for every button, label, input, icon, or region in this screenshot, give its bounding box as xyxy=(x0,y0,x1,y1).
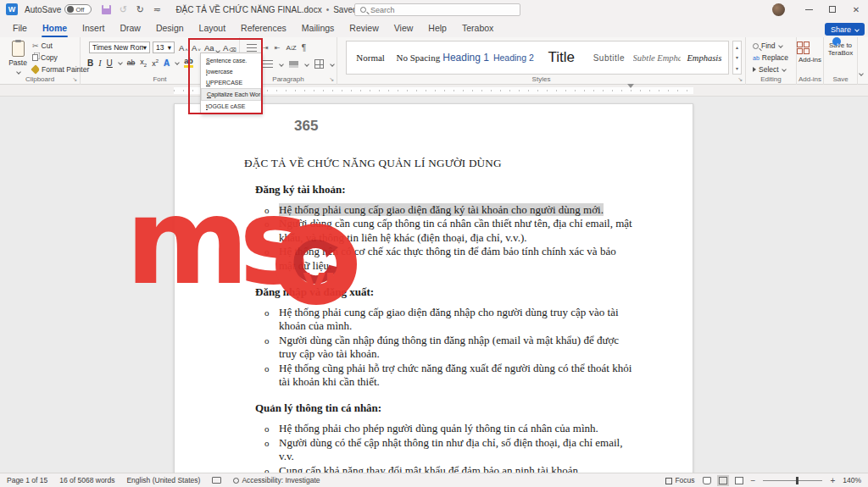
superscript-button[interactable]: x2 xyxy=(152,58,159,68)
page-content[interactable]: 365 ĐẶC TẢ VỀ CHỨC NĂNG QUẢN LÍ NGƯỜI DÙ… xyxy=(255,118,633,473)
tab-layout[interactable]: Layout xyxy=(192,20,234,37)
chevron-down-icon[interactable] xyxy=(304,62,309,67)
tab-draw[interactable]: Draw xyxy=(112,20,148,37)
paragraph-dialog-launcher-icon[interactable]: ↘ xyxy=(329,76,334,83)
font-size-select[interactable]: 13▾ xyxy=(153,42,175,53)
word-count[interactable]: 16 of 5068 words xyxy=(59,476,114,484)
style-heading-2[interactable]: Heading 2 xyxy=(490,53,537,63)
document-area[interactable]: 365 ĐẶC TẢ VỀ CHỨC NĂNG QUẢN LÍ NGƯỜI DÙ… xyxy=(0,97,868,473)
zoom-out-button[interactable]: − xyxy=(751,476,756,485)
shading-icon[interactable] xyxy=(289,61,298,68)
customize-quick-access-icon[interactable]: ≂ xyxy=(150,4,164,15)
style-heading-1[interactable]: Heading 1 xyxy=(442,52,490,64)
chevron-down-icon[interactable] xyxy=(279,62,284,67)
list-item[interactable]: Người dùng cần nhập đúng thông tin đăng … xyxy=(279,334,633,362)
style-title[interactable]: Title xyxy=(537,49,585,66)
increase-indent-icon[interactable]: ⇥ xyxy=(263,44,269,52)
list-item[interactable]: Người dùng cần cung cấp thông tin cá nhâ… xyxy=(279,217,633,245)
autosave-switch[interactable]: Off xyxy=(64,4,92,14)
redo-icon[interactable]: ↻ xyxy=(133,4,147,15)
right-indent-marker-icon[interactable] xyxy=(627,84,634,88)
find-button[interactable]: Find xyxy=(753,42,782,50)
undo-icon[interactable]: ↺ xyxy=(116,4,130,15)
language-indicator[interactable]: English (United States) xyxy=(126,476,200,484)
page-indicator[interactable]: Page 1 of 15 xyxy=(7,476,47,484)
tab-view[interactable]: View xyxy=(387,20,421,37)
chevron-down-icon[interactable] xyxy=(330,62,335,67)
close-button[interactable]: ✕ xyxy=(844,0,868,19)
style-no-spacing[interactable]: No Spacing xyxy=(394,53,442,63)
chevron-down-icon[interactable] xyxy=(175,60,180,65)
styles-dialog-launcher-icon[interactable]: ↘ xyxy=(737,76,743,83)
subscript-button[interactable]: x2 xyxy=(140,58,147,68)
menu-item-capitalize-each-word[interactable]: Capitalize Each Word xyxy=(201,88,261,101)
select-button[interactable]: Select xyxy=(753,65,786,74)
grow-font-button[interactable]: A˄ xyxy=(179,43,188,53)
document-page[interactable]: 365 ĐẶC TẢ VỀ CHỨC NĂNG QUẢN LÍ NGƯỜI DÙ… xyxy=(174,103,693,473)
list-item[interactable]: Hệ thống phải cung cấp giao diện đăng ký… xyxy=(279,203,633,217)
tab-mailings[interactable]: Mailings xyxy=(294,20,342,37)
focus-mode-button[interactable]: Focus xyxy=(665,476,694,484)
save-to-terabox-button[interactable]: Save to TeraBox xyxy=(824,42,857,57)
bold-button[interactable]: B xyxy=(87,58,93,68)
style-normal[interactable]: Normal xyxy=(347,53,394,63)
addins-button[interactable]: Add-ins xyxy=(797,42,823,64)
underline-button[interactable]: U xyxy=(107,58,113,68)
tab-design[interactable]: Design xyxy=(148,20,192,37)
collapse-ribbon-icon[interactable] xyxy=(859,65,863,80)
sort-icon[interactable]: A↓Z xyxy=(286,44,295,52)
tab-file[interactable]: File xyxy=(5,20,35,37)
borders-icon[interactable] xyxy=(314,59,324,69)
clipboard-dialog-launcher-icon[interactable]: ↘ xyxy=(72,76,77,83)
read-mode-icon[interactable] xyxy=(703,477,711,484)
share-button[interactable]: Share xyxy=(825,23,865,36)
copy-button[interactable]: Copy xyxy=(32,53,58,62)
style-subtle-empha[interactable]: Subtle Empha xyxy=(633,53,681,63)
menu-item-toggle-case[interactable]: tOGGLE cASE xyxy=(201,101,261,112)
replace-button[interactable]: ab Replace xyxy=(753,53,788,62)
text-highlight-button[interactable]: ab xyxy=(184,58,193,68)
styles-scrollbar[interactable]: ▴▾▾ xyxy=(732,41,742,75)
list-item[interactable]: Hệ thống phải cung cấp giao diện đăng nh… xyxy=(279,306,633,334)
clear-formatting-button[interactable]: A⌫ xyxy=(223,43,236,53)
list-item[interactable]: Hệ thống cũng phải hỗ trợ chức năng đăng… xyxy=(279,362,633,390)
decrease-indent-icon[interactable] xyxy=(247,44,257,52)
strikethrough-button[interactable]: ab xyxy=(127,58,135,67)
tab-terabox[interactable]: Terabox xyxy=(454,20,501,37)
zoom-in-button[interactable]: + xyxy=(830,476,835,485)
list-item[interactable]: Cung cấp khả năng thay đổi mật khẩu để đ… xyxy=(279,464,633,473)
tab-help[interactable]: Help xyxy=(420,20,454,37)
keyboard-icon[interactable] xyxy=(212,477,221,484)
print-layout-icon[interactable] xyxy=(719,477,727,484)
shrink-font-button[interactable]: A˅ xyxy=(192,43,201,53)
accessibility-status[interactable]: Accessibility: Investigate xyxy=(233,476,320,484)
text-effects-button[interactable]: A xyxy=(164,58,170,68)
menu-item-sentence-case-[interactable]: Sentence case. xyxy=(201,55,261,66)
tab-references[interactable]: References xyxy=(233,20,294,37)
paste-button[interactable]: Paste xyxy=(7,41,29,75)
menu-item-uppercase[interactable]: UPPERCASE xyxy=(201,77,261,88)
zoom-slider-thumb[interactable] xyxy=(796,477,798,484)
save-icon[interactable] xyxy=(102,5,111,14)
zoom-slider[interactable] xyxy=(763,480,822,481)
list-item[interactable]: Hệ thống phải cho phép người dùng quản l… xyxy=(279,422,633,435)
style-subtitle[interactable]: Subtitle xyxy=(585,53,632,63)
zoom-level[interactable]: 140% xyxy=(843,476,861,484)
cut-button[interactable]: ✂ Cut xyxy=(32,42,53,50)
search-input[interactable]: Search xyxy=(354,3,520,16)
tab-home[interactable]: Home xyxy=(35,20,75,37)
font-family-select[interactable]: Times New Roman▾ xyxy=(89,42,150,53)
autosave-toggle[interactable]: AutoSave Off xyxy=(25,4,92,14)
style-emphasis[interactable]: Emphasis xyxy=(681,53,728,63)
show-paragraph-marks-icon[interactable]: ¶ xyxy=(302,43,306,53)
italic-button[interactable]: I xyxy=(98,58,101,68)
list-item[interactable]: Người dùng có thể cập nhật thông tin như… xyxy=(279,436,633,464)
list-item[interactable]: Hệ thống nên có cơ chế xác thực thông ti… xyxy=(279,245,633,273)
line-spacing-icon[interactable] xyxy=(263,60,273,68)
horizontal-ruler[interactable] xyxy=(0,85,868,97)
decrease-indent-arrow-icon[interactable]: ⇤ xyxy=(275,44,281,52)
menu-item-lowercase[interactable]: lowercase xyxy=(201,66,261,77)
tab-review[interactable]: Review xyxy=(342,20,386,37)
minimize-button[interactable] xyxy=(797,0,821,19)
chevron-down-icon[interactable] xyxy=(118,60,123,65)
